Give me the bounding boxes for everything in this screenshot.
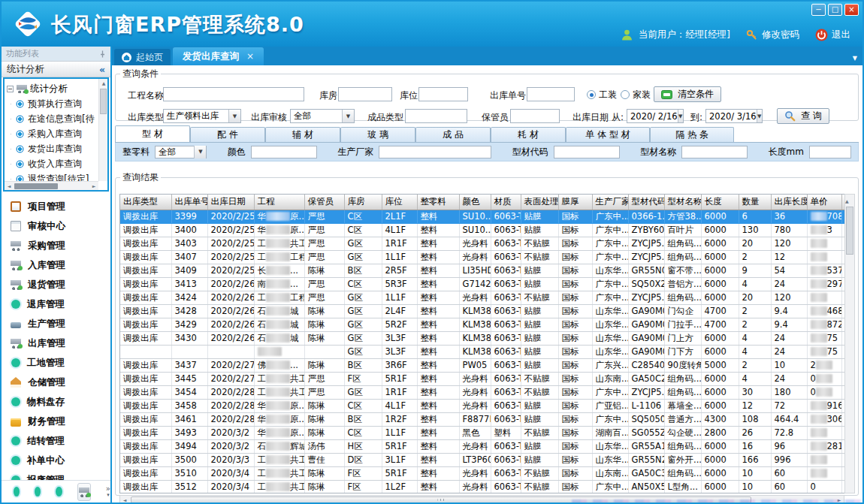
sidebar-item-退库管理[interactable]: 退库管理 bbox=[11, 294, 110, 314]
radio-home[interactable]: 家装 bbox=[621, 89, 651, 101]
column-header[interactable]: 保管员 bbox=[304, 195, 344, 210]
tree-horizontal-scrollbar[interactable]: ◄ ► bbox=[5, 181, 98, 190]
sidebar-item-财务管理[interactable]: 财务管理 bbox=[11, 412, 110, 431]
date-to-picker[interactable]: 2020/ 3/16▼ bbox=[705, 109, 763, 123]
material-tab[interactable]: 耗 材 bbox=[491, 127, 566, 142]
column-header[interactable]: 长度 bbox=[701, 195, 739, 210]
column-header[interactable]: 颜色 bbox=[459, 195, 491, 210]
table-row[interactable]: 调拨出库34292020/2/26石城陈琳G区5R2F整料KLM38176063… bbox=[120, 318, 844, 331]
scroll-left-icon[interactable]: ◄ bbox=[5, 182, 14, 191]
sidebar-item-生产管理[interactable]: 生产管理 bbox=[11, 314, 110, 333]
table-row[interactable]: 调拨出库34932020/3/2华原...陈琳C区1L1F整料黑色塑料不贴膜国标… bbox=[120, 426, 844, 439]
chevron-down-icon[interactable]: ▼ bbox=[678, 110, 683, 122]
table-row[interactable]: 调拨出库34302020/2/26石城陈琳G区3L3F整料KLM38176063… bbox=[120, 331, 844, 345]
search-button[interactable]: 查 询 bbox=[777, 108, 829, 124]
table-row[interactable]: 调拨出库35122020/3/4工共工程陈琳F区1L2F整料光身料6063-T5… bbox=[120, 480, 844, 493]
scroll-left-icon[interactable]: ◄ bbox=[120, 496, 129, 504]
table-row[interactable]: 调拨出库34002020/2/25华原...严思C区4L1F整料SU10...6… bbox=[120, 223, 844, 237]
color-input[interactable] bbox=[251, 146, 317, 158]
material-tab[interactable]: 隔 热 条 bbox=[650, 127, 734, 142]
logout-link[interactable]: 退出 bbox=[815, 29, 850, 41]
scroll-thumb[interactable] bbox=[846, 207, 853, 255]
column-header[interactable]: 膜厚 bbox=[558, 195, 592, 210]
table-row[interactable]: 调拨出库34582020/2/28华原...陈琳C区4L1F整料光身料6063-… bbox=[120, 399, 844, 412]
scroll-thumb[interactable] bbox=[100, 89, 107, 114]
pin-icon[interactable] bbox=[99, 50, 106, 58]
close-button[interactable]: × bbox=[844, 4, 859, 16]
material-tab[interactable]: 成 品 bbox=[415, 127, 491, 142]
column-header[interactable]: 型材代码 bbox=[628, 195, 664, 210]
group-header[interactable]: 统计分析 « bbox=[2, 61, 110, 77]
chevron-down-icon[interactable]: ▼ bbox=[757, 110, 762, 122]
table-row[interactable]: 调拨出库33992020/2/25华原...严思C区2L1F整料SU10...6… bbox=[120, 210, 844, 223]
sidebar-item-采购管理[interactable]: 采购管理 bbox=[11, 236, 110, 255]
date-from-picker[interactable]: 2020/ 2/16▼ bbox=[627, 109, 684, 123]
outbound-type-select[interactable]: 生产领料出库▼ bbox=[163, 109, 241, 123]
chevron-down-icon[interactable]: ▼ bbox=[228, 110, 240, 122]
sidebar-item-结转管理[interactable]: 结转管理 bbox=[11, 431, 110, 451]
column-header[interactable]: 生产厂家 bbox=[592, 195, 628, 210]
product-type-input[interactable] bbox=[405, 109, 467, 123]
expander-icon[interactable] bbox=[7, 86, 14, 92]
table-row[interactable]: 调拨出库34242020/2/26工工程严思G区1L1F整料光身料6063-T5… bbox=[120, 291, 844, 304]
chevron-down-icon[interactable]: ▼ bbox=[342, 110, 354, 122]
maximize-button[interactable]: □ bbox=[828, 4, 842, 16]
radio-industrial[interactable]: 工装 bbox=[587, 89, 617, 101]
tree-item[interactable]: 采购入库查询 bbox=[7, 126, 97, 141]
grid-vertical-scrollbar[interactable]: ▲ bbox=[844, 194, 855, 493]
material-tab[interactable]: 配 件 bbox=[190, 127, 265, 142]
column-header[interactable]: 出库单号 bbox=[171, 195, 207, 210]
sidebar-item-物料盘存[interactable]: 物料盘存 bbox=[11, 392, 110, 412]
material-tab[interactable]: 玻 璃 bbox=[340, 127, 415, 142]
table-row[interactable]: 调拨出库34072020/2/25工工程严思G区1L1F整料光身料6063-T5… bbox=[120, 250, 844, 264]
column-header[interactable]: 数量 bbox=[739, 195, 771, 210]
column-header[interactable]: 出库日期 bbox=[207, 195, 254, 210]
table-row[interactable]: 调拨出库34032020/2/25工共工程严思G区1R1F整料光身料6063-T… bbox=[120, 237, 844, 250]
column-header[interactable]: 出库类型 bbox=[120, 195, 171, 210]
tree-root[interactable]: 统计分析 bbox=[7, 81, 97, 96]
column-header[interactable]: 库房 bbox=[344, 195, 382, 210]
table-row[interactable]: 调拨出库34452020/2/27工共工程严思F区5R1F整料光身料6063-T… bbox=[120, 372, 844, 385]
location-input[interactable] bbox=[418, 87, 468, 101]
chevron-down-icon[interactable]: ▼ bbox=[194, 146, 206, 158]
module-dot-button[interactable] bbox=[35, 487, 41, 496]
project-name-input[interactable] bbox=[163, 87, 304, 101]
scroll-up-icon[interactable]: ▲ bbox=[99, 79, 108, 88]
profile-code-input[interactable] bbox=[554, 146, 620, 158]
sidebar-item-入库管理[interactable]: 入库管理 bbox=[11, 255, 110, 275]
sidebar-item-出库管理[interactable]: 出库管理 bbox=[11, 333, 110, 353]
change-password-link[interactable]: 修改密码 bbox=[746, 29, 799, 41]
minimize-button[interactable]: − bbox=[811, 4, 826, 16]
tree-item[interactable]: 在途信息查询[待 bbox=[7, 111, 97, 126]
warehouse-input[interactable] bbox=[338, 87, 392, 101]
clear-conditions-button[interactable]: 清空条件 bbox=[654, 86, 721, 102]
tab-list-dropdown-icon[interactable]: ▼ bbox=[853, 55, 857, 62]
factory-input[interactable] bbox=[379, 146, 491, 158]
tree-item[interactable]: 退货查询[待定] bbox=[7, 171, 97, 181]
outbound-no-input[interactable] bbox=[527, 87, 575, 101]
column-header[interactable]: 单价 bbox=[807, 195, 841, 210]
table-row[interactable]: 调拨出库34942020/3/2石辉城汤伟H区5R1F整料光身料6063-T5贴… bbox=[120, 439, 844, 453]
table-row[interactable]: 调拨出库34282020/2/26石城陈琳G区2L4F整料KLM38176063… bbox=[120, 304, 844, 318]
column-header[interactable]: 材质 bbox=[491, 195, 521, 210]
sidebar-item-报废管理[interactable]: 报废管理 bbox=[11, 470, 110, 480]
column-header[interactable]: 型材名称 bbox=[664, 195, 701, 210]
keeper-input[interactable] bbox=[510, 109, 560, 123]
table-row[interactable]: 调拨出库35102020/3/4工共工程陈琳F区5R1F整料光身料6063-T5… bbox=[120, 466, 844, 480]
tab-close-icon[interactable]: × bbox=[246, 51, 254, 62]
table-row[interactable]: 调拨出库34372020/2/27佛...陈琳B区3R6F整料PW056063-… bbox=[120, 358, 844, 372]
cart-module-button[interactable] bbox=[77, 483, 91, 501]
tree-item[interactable]: 收货入库查询 bbox=[7, 156, 97, 171]
table-row[interactable]: 调拨出库34612020/2/28华原...陈琳B区1R2F整料F8877FT6… bbox=[120, 412, 844, 426]
sidebar-item-项目管理[interactable]: 项目管理 bbox=[11, 197, 110, 216]
material-tab[interactable]: 型 材 bbox=[115, 125, 190, 142]
sidebar-item-工地管理[interactable]: 工地管理 bbox=[11, 353, 110, 373]
scroll-up-icon[interactable]: ▲ bbox=[845, 198, 849, 204]
column-header[interactable]: 库位 bbox=[382, 195, 417, 210]
table-row[interactable]: 调拨出库35002020/3/3工共工程曹佳D区3L1F整料LT3P606063… bbox=[120, 453, 844, 466]
profile-name-input[interactable] bbox=[681, 146, 748, 158]
tab-shipping-outbound-query[interactable]: 发货出库查询 × bbox=[173, 47, 264, 65]
sidebar-item-补单中心[interactable]: 补单中心 bbox=[11, 451, 110, 470]
table-row[interactable]: 调拨出库34542020/2/28工共工程严思G区1R1F整料光身料6063-T… bbox=[120, 385, 844, 399]
tree-item[interactable]: 预算执行查询 bbox=[7, 96, 97, 111]
